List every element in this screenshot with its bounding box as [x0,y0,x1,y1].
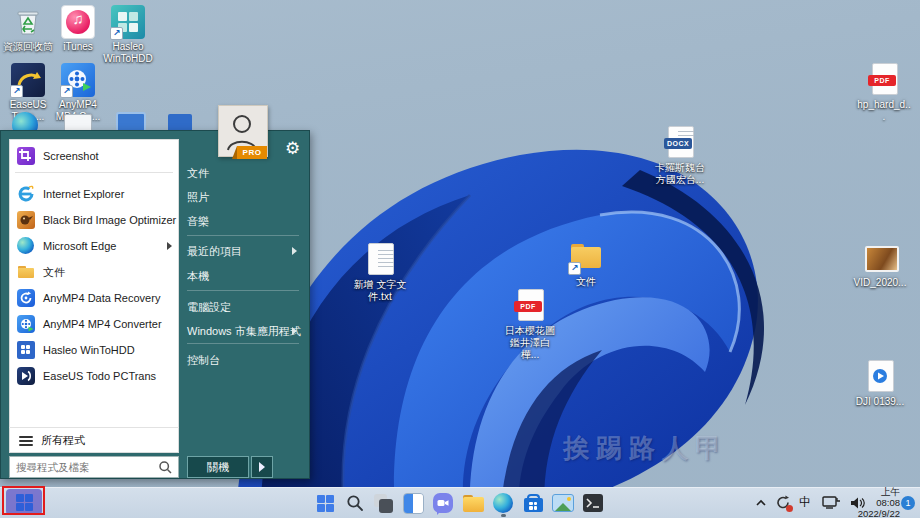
sync-alert-dot [786,505,793,512]
desktop: 挨踢路人甲 資源回收筒 ♫ iTunes [0,0,920,518]
edge-icon [493,493,513,513]
search-box[interactable] [9,456,179,478]
desktop-icon-label: VID_2020... [854,277,907,289]
photos-icon [552,494,574,512]
start-button[interactable] [6,489,42,515]
menu-item-pictures-link[interactable]: 照片 [187,187,305,207]
tray-ime-indicator[interactable]: 中 [799,487,811,518]
black-bird-icon [17,211,35,229]
desktop-icon-label: 文件 [576,276,596,288]
tray-clock[interactable]: 上午 08:08 2022/9/22 [862,487,900,518]
taskbar-start-button[interactable] [313,491,337,515]
menu-item-internet-explorer[interactable]: Internet Explorer [9,181,179,207]
file-explorer-icon [463,495,484,512]
edge-icon [17,237,35,255]
desktop-icon-label: DJI 0139... [856,396,904,408]
menu-item-control-panel[interactable]: 控制台 [187,350,305,370]
folder-icon [17,263,35,281]
windows-logo-icon [16,494,33,511]
terminal-icon [583,494,603,512]
right-arrow-icon [259,462,265,472]
search-input[interactable] [10,461,158,473]
desktop-icon-recycle-bin[interactable]: 資源回收筒 [0,5,56,53]
recycle-bin-icon [11,5,45,39]
menu-item-label: AnyMP4 MP4 Converter [43,318,162,330]
all-programs-button[interactable]: 所有程式 [9,427,179,453]
menu-item-label: 控制台 [187,353,220,368]
itunes-icon: ♫ [61,5,95,39]
wallpaper-watermark: 挨踢路人甲 [563,431,728,466]
internet-explorer-icon [17,185,35,203]
tray-hidden-icons-button[interactable] [755,487,767,518]
wintohdd-icon: ↗ [111,5,145,39]
shortcut-arrow-icon: ↗ [110,27,123,40]
tray-network-icon[interactable] [822,487,841,518]
menu-item-anymp4-mp4-converter[interactable]: AnyMP4 MP4 Converter [9,311,179,337]
store-icon [524,494,543,513]
all-programs-label: 所有程式 [41,433,85,448]
taskbar-terminal-button[interactable] [581,491,605,515]
menu-separator [187,290,299,291]
submenu-arrow-icon [292,247,297,255]
menu-separator [187,343,299,344]
menu-item-microsoft-edge[interactable]: Microsoft Edge [9,233,179,259]
menu-separator [15,172,173,173]
menu-item-documents[interactable]: 文件 [9,259,179,285]
shutdown-button[interactable]: 關機 [187,456,249,478]
menu-item-label: 文件 [187,166,209,181]
notification-badge[interactable]: 1 [901,496,915,510]
menu-item-label: 本機 [187,269,209,284]
menu-item-hasleo-wintohdd[interactable]: Hasleo WinToHDD [9,337,179,363]
pro-badge: PRO [237,146,267,159]
menu-item-documents-link[interactable]: 文件 [187,163,305,183]
clock-time: 上午 08:08 [858,486,900,508]
menu-item-this-pc[interactable]: 本機 [187,266,305,286]
menu-item-recent-items[interactable]: 最近的項目 [187,241,305,261]
desktop-icon-label: 日本櫻花圖 鑑井澤白樺... [502,325,558,361]
search-icon [158,460,173,475]
menu-item-black-bird[interactable]: Black Bird Image Optimizer [9,207,179,233]
video-thumbnail-icon [863,241,897,275]
menu-item-label: 文件 [43,265,65,280]
taskbar-widgets-button[interactable] [401,491,425,515]
menu-item-easeus-todo-pctrans[interactable]: EaseUS Todo PCTrans [9,363,179,389]
chat-icon [433,493,453,513]
taskbar-task-view-button[interactable] [371,491,395,515]
menu-item-store-apps[interactable]: Windows 市集應用程式 [187,321,305,341]
start-menu-programs-panel: Screenshot Internet Explorer [9,139,179,453]
tray-sync-icon[interactable] [775,487,792,518]
taskbar-chat-button[interactable] [431,491,455,515]
settings-gear-icon[interactable]: ⚙ [283,139,302,158]
desktop-icon-docx[interactable]: DOCX 卡羅斯魏台 方國宏台... [652,126,708,186]
desktop-icon-documents-folder[interactable]: ↗ 文件 [558,240,614,288]
desktop-icon-sakura-pdf[interactable]: PDF 日本櫻花圖 鑑井澤白樺... [502,289,558,361]
menu-item-label: 電腦設定 [187,300,231,315]
taskbar-store-button[interactable] [521,491,545,515]
menu-item-label: Internet Explorer [43,188,124,200]
anymp4-data-recovery-icon [17,289,35,307]
screenshot-icon [17,147,35,165]
desktop-icon-hp-pdf[interactable]: PDF hp_hard_d... [856,63,912,123]
taskbar-file-explorer-button[interactable] [461,491,485,515]
taskbar-search-button[interactable] [343,491,367,515]
chevron-up-icon [755,498,767,508]
desktop-icon-new-textfile[interactable]: 新增 文字文件.txt [352,243,408,303]
shutdown-options-arrow[interactable] [251,456,273,478]
menu-item-label: 最近的項目 [187,244,242,259]
taskbar-photos-button[interactable] [551,491,575,515]
submenu-arrow-icon [167,242,172,250]
taskbar-edge-button[interactable] [491,491,515,515]
menu-item-screenshot[interactable]: Screenshot [9,143,179,169]
clock-date: 2022/9/22 [858,508,900,518]
menu-item-music-link[interactable]: 音樂 [187,211,305,231]
desktop-icon-dji-video[interactable]: DJI 0139... [852,360,908,408]
menu-item-label: Windows 市集應用程式 [187,324,301,339]
desktop-icon-wintohdd[interactable]: ↗ Hasleo WinToHDD [100,5,156,65]
desktop-icon-vid2020[interactable]: VID_2020... [852,241,908,289]
desktop-icon-label: 卡羅斯魏台 方國宏台... [652,162,708,186]
desktop-icon-itunes[interactable]: ♫ iTunes [50,5,106,53]
pdf-badge: PDF [514,301,542,312]
easeus-pctrans-icon [17,367,35,385]
menu-item-pc-settings[interactable]: 電腦設定 [187,297,305,317]
menu-item-anymp4-data-recovery[interactable]: AnyMP4 Data Recovery [9,285,179,311]
